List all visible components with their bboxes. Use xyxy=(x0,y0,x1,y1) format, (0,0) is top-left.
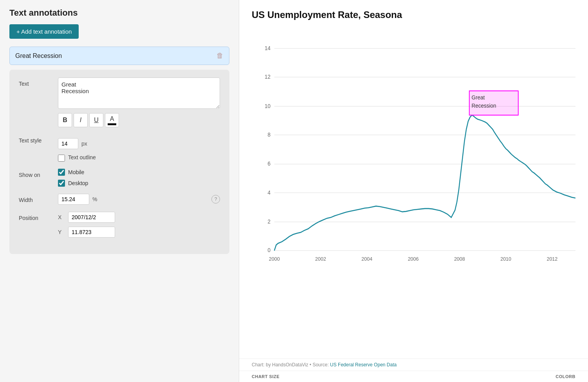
chart-svg: 0 2 4 6 8 10 12 14 2000 2002 2004 2006 2… xyxy=(252,28,575,271)
desktop-label: Desktop xyxy=(68,180,88,186)
width-row: % ? xyxy=(58,194,220,205)
svg-text:2004: 2004 xyxy=(361,256,372,262)
mobile-row: Mobile xyxy=(58,169,220,176)
text-outline-checkbox[interactable] xyxy=(58,155,65,162)
show-on-control: Mobile Desktop xyxy=(58,169,220,187)
text-textarea[interactable]: Great Recession xyxy=(58,77,220,109)
chart-title: US Unemployment Rate, Seasona xyxy=(252,9,575,20)
annotation-list-item[interactable]: Great Recession 🗑 xyxy=(9,47,229,65)
color-button[interactable]: A xyxy=(105,113,119,127)
width-input[interactable] xyxy=(58,194,89,205)
svg-text:2006: 2006 xyxy=(408,256,419,262)
x-axis-label: X xyxy=(58,214,65,220)
svg-text:2008: 2008 xyxy=(454,256,465,262)
width-form-row: Width % ? xyxy=(19,194,220,205)
svg-text:2010: 2010 xyxy=(500,256,511,262)
source-link[interactable]: US Federal Reserve Open Data xyxy=(330,362,397,368)
unemployment-line xyxy=(274,115,575,250)
mobile-checkbox[interactable] xyxy=(58,169,65,176)
text-style-control: px Text outline xyxy=(58,134,220,162)
svg-text:2002: 2002 xyxy=(315,256,326,262)
svg-text:0: 0 xyxy=(268,247,271,254)
left-panel: Text annotations + Add text annotation G… xyxy=(0,0,239,382)
svg-text:2000: 2000 xyxy=(269,256,280,262)
mobile-label: Mobile xyxy=(68,169,84,175)
format-toolbar: B I U A xyxy=(58,113,220,127)
colorb-label: COLORB xyxy=(556,374,575,379)
y-axis-label: Y xyxy=(58,229,65,235)
panel-title: Text annotations xyxy=(9,8,229,18)
font-size-input[interactable] xyxy=(58,138,78,149)
bottom-bar: CHART SIZE COLORB xyxy=(239,371,588,382)
svg-text:2012: 2012 xyxy=(547,256,557,262)
underline-button[interactable]: U xyxy=(89,113,103,127)
annotation-form: Text Great Recession B I U A Text style xyxy=(9,70,229,254)
chart-area: US Unemployment Rate, Seasona 0 2 4 xyxy=(239,0,588,359)
desktop-row: Desktop xyxy=(58,180,220,187)
right-panel: US Unemployment Rate, Seasona 0 2 4 xyxy=(239,0,588,382)
width-unit: % xyxy=(92,196,97,202)
show-on-form-row: Show on Mobile Desktop xyxy=(19,169,220,187)
show-on-label: Show on xyxy=(19,169,58,178)
text-control: Great Recession B I U A xyxy=(58,77,220,127)
x-position-row: X xyxy=(58,212,220,223)
color-letter: A xyxy=(110,115,114,123)
width-label: Width xyxy=(19,194,58,203)
color-indicator xyxy=(108,123,116,125)
x-position-input[interactable] xyxy=(68,212,115,223)
width-control: % ? xyxy=(58,194,220,205)
text-style-form-row: Text style px Text outline xyxy=(19,134,220,162)
source-prefix: Chart: by HandsOnDataViz • Source: xyxy=(252,362,330,368)
y-position-row: Y xyxy=(58,227,220,238)
svg-text:14: 14 xyxy=(265,45,271,51)
outline-row: Text outline xyxy=(58,154,220,162)
svg-text:6: 6 xyxy=(268,160,271,167)
text-form-row: Text Great Recession B I U A xyxy=(19,77,220,127)
chart-size-label: CHART SIZE xyxy=(252,374,280,379)
y-position-input[interactable] xyxy=(68,227,115,238)
add-annotation-button[interactable]: + Add text annotation xyxy=(9,24,79,39)
font-size-unit: px xyxy=(81,141,87,147)
svg-text:Recession: Recession xyxy=(472,102,496,109)
position-label: Position xyxy=(19,212,58,221)
italic-button[interactable]: I xyxy=(74,113,88,127)
annotation-item-label: Great Recession xyxy=(15,52,62,59)
desktop-checkbox[interactable] xyxy=(58,180,65,187)
outline-label: Text outline xyxy=(68,154,96,162)
svg-text:2: 2 xyxy=(268,218,271,225)
svg-text:4: 4 xyxy=(268,189,271,196)
chart-source: Chart: by HandsOnDataViz • Source: US Fe… xyxy=(239,359,588,371)
text-label: Text xyxy=(19,77,58,87)
help-icon[interactable]: ? xyxy=(211,195,220,204)
position-control: X Y xyxy=(58,212,220,238)
svg-text:10: 10 xyxy=(265,103,271,109)
svg-text:Great: Great xyxy=(472,94,485,101)
text-style-row: px xyxy=(58,138,220,149)
chart-container: 0 2 4 6 8 10 12 14 2000 2002 2004 2006 2… xyxy=(252,28,575,271)
svg-text:12: 12 xyxy=(265,74,271,80)
position-form-row: Position X Y xyxy=(19,212,220,238)
bold-button[interactable]: B xyxy=(58,113,72,127)
text-style-label: Text style xyxy=(19,134,58,144)
delete-icon[interactable]: 🗑 xyxy=(216,52,224,60)
svg-text:8: 8 xyxy=(268,131,271,138)
